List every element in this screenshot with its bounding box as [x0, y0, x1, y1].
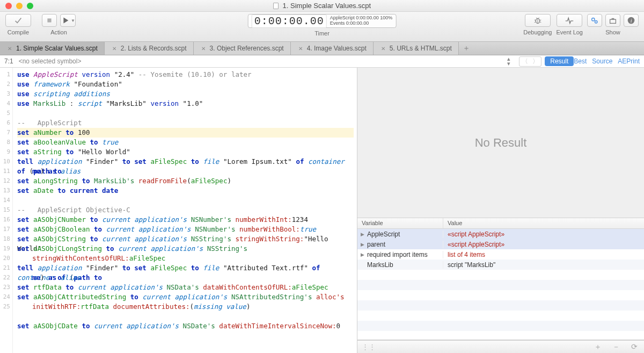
svg-rect-12 [610, 19, 616, 23]
pulse-icon [565, 16, 574, 25]
variables-toolbar: ⋮⋮ ＋ － ⟳ [357, 340, 644, 353]
titlebar: 1. Simple Scalar Values.scpt [0, 0, 644, 12]
tab-4[interactable]: ✕ 4. Image Values.scpt [291, 42, 374, 55]
debugging-button[interactable] [525, 14, 551, 27]
variable-value: list of 4 items [448, 251, 485, 258]
editor-pane: 1234567891011121314151617181920212223242… [0, 68, 357, 353]
svg-marker-1 [63, 18, 68, 24]
variables-header-val[interactable]: Value [443, 218, 644, 228]
variable-name: parent [367, 241, 385, 248]
action-label: Action [50, 29, 67, 35]
variables-table: Variable Value ▶AppleScript«script Apple… [357, 218, 644, 340]
close-icon[interactable]: ✕ [111, 45, 118, 52]
close-window-button[interactable] [5, 3, 12, 9]
tab-1[interactable]: ✕ 1. Simple Scalar Values.scpt [0, 42, 105, 55]
code-editor[interactable]: use AppleScript version "2.4" -- Yosemit… [13, 68, 357, 353]
tab-2[interactable]: ✕ 2. Lists & Records.scpt [105, 42, 194, 55]
tab-3[interactable]: ✕ 3. Object References.scpt [194, 42, 291, 55]
compile-button[interactable] [5, 14, 31, 27]
mode-best[interactable]: Best [574, 57, 587, 65]
result-tab[interactable]: Result [545, 56, 574, 66]
timer-display: 0:00:00.00 AppleScript 0:00:00.00 100% E… [248, 14, 397, 28]
main-split: 1234567891011121314151617181920212223242… [0, 68, 644, 353]
history-back-button[interactable]: 〈 [519, 57, 530, 66]
add-button[interactable]: ＋ [592, 342, 603, 352]
svg-line-7 [539, 22, 541, 23]
minimize-window-button[interactable] [16, 3, 23, 9]
disclosure-triangle-icon[interactable]: ▶ [361, 242, 366, 247]
debugging-label: Debugging [523, 29, 552, 35]
show-info-button[interactable]: i [624, 14, 639, 27]
svg-line-8 [536, 18, 537, 19]
disclosure-triangle-icon[interactable]: ▶ [361, 252, 366, 257]
variable-row[interactable]: ▶AppleScript«script AppleScript» [357, 229, 644, 239]
tab-2-label: 2. Lists & Records.scpt [121, 45, 187, 52]
svg-rect-0 [47, 18, 51, 22]
variable-row [357, 290, 644, 300]
svg-point-11 [595, 20, 597, 23]
cursor-position: 7:1 [4, 57, 13, 65]
variable-value: «script AppleScript» [448, 241, 504, 248]
document-icon [273, 3, 279, 9]
variable-row [357, 311, 644, 321]
stop-button[interactable] [42, 14, 57, 27]
play-icon [61, 16, 70, 25]
timer-digits: 0:00:00.00 [252, 15, 327, 28]
eventlog-label: Event Log [556, 29, 583, 35]
svg-point-10 [592, 18, 595, 21]
close-icon[interactable]: ✕ [297, 45, 304, 52]
new-tab-button[interactable]: ＋ [459, 42, 474, 55]
variable-row [357, 300, 644, 311]
run-button[interactable]: ▼ [60, 14, 76, 27]
no-result-text: No Result [475, 136, 527, 150]
timer-events: Events 0:00:00.00 [330, 21, 393, 26]
show-gears-button[interactable] [587, 14, 602, 27]
results-pane: No Result Variable Value ▶AppleScript«sc… [357, 68, 644, 353]
svg-line-9 [538, 18, 539, 19]
line-gutter: 1234567891011121314151617181920212223242… [0, 68, 13, 353]
close-icon[interactable]: ✕ [200, 45, 207, 52]
result-mode-tabs: Best Source AEPrint [574, 57, 640, 65]
eventlog-button[interactable] [557, 14, 582, 27]
document-tabs: ✕ 1. Simple Scalar Values.scpt ✕ 2. List… [0, 42, 644, 55]
variable-value: «script AppleScript» [448, 230, 504, 238]
variables-header-var[interactable]: Variable [357, 218, 443, 228]
traffic-lights [0, 3, 33, 9]
variable-row [357, 280, 644, 290]
svg-rect-13 [612, 18, 614, 19]
tab-5-label: 5. URLs & HTML.scpt [390, 45, 452, 52]
gears-icon [590, 16, 599, 25]
tab-5[interactable]: ✕ 5. URLs & HTML.scpt [374, 42, 459, 55]
disclosure-triangle-icon[interactable]: ▶ [361, 232, 366, 237]
result-area: No Result [357, 68, 644, 218]
briefcase-icon [608, 16, 618, 25]
mode-aeprint[interactable]: AEPrint [618, 57, 640, 65]
variable-value: script "MarksLib" [448, 261, 495, 269]
history-nav: 〈 〉 [519, 56, 541, 67]
selected-symbol[interactable]: <no selected symbol> [19, 57, 508, 65]
variable-row[interactable]: ▶parent«script AppleScript» [357, 239, 644, 249]
tab-4-label: 4. Image Values.scpt [307, 45, 367, 52]
zoom-window-button[interactable] [27, 3, 33, 9]
variable-row [357, 270, 644, 280]
variable-row[interactable]: MarksLibscript "MarksLib" [357, 260, 644, 270]
refresh-button[interactable]: ⟳ [629, 342, 640, 352]
filter-icon[interactable]: ⋮⋮ [362, 343, 376, 351]
show-inspector-button[interactable] [605, 14, 620, 27]
variable-row[interactable]: ▶required import itemslist of 4 items [357, 249, 644, 260]
toolbar: Compile ▼ Action 0:00:00.00 AppleScript … [0, 12, 644, 42]
svg-line-6 [535, 22, 536, 23]
checkmark-icon [13, 16, 23, 25]
history-forward-button[interactable]: 〉 [530, 57, 541, 66]
window-title: 1. Simple Scalar Values.scpt [0, 2, 644, 10]
info-icon: i [626, 16, 636, 25]
symbol-bar: 7:1 <no selected symbol> ▴▾ 〈 〉 Result B… [0, 55, 644, 68]
mode-source[interactable]: Source [592, 57, 612, 65]
stop-icon [45, 16, 54, 25]
close-icon[interactable]: ✕ [6, 45, 13, 52]
tab-3-label: 3. Object References.scpt [210, 45, 284, 52]
remove-button[interactable]: － [611, 342, 621, 352]
close-icon[interactable]: ✕ [380, 45, 386, 52]
chevron-down-icon: ▼ [71, 18, 75, 23]
symbol-stepper[interactable]: ▴▾ [507, 56, 510, 66]
